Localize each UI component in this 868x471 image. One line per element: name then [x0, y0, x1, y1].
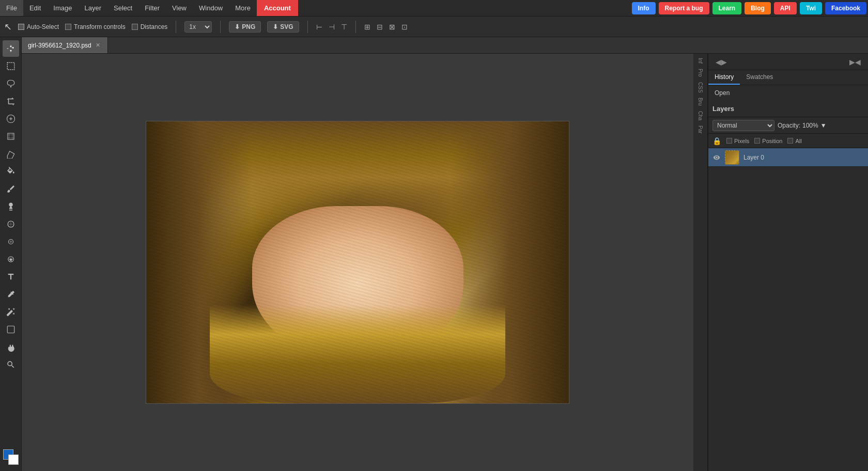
menu-file[interactable]: File [0, 0, 23, 16]
sharpen-tool[interactable] [3, 251, 19, 268]
png-label: PNG [242, 23, 255, 30]
info-button[interactable]: Info [632, 2, 656, 14]
color-swatch-container[interactable] [3, 449, 19, 465]
options-bar: ↖ Auto-Select Transform controls Distanc… [0, 17, 868, 37]
wand-tool[interactable] [3, 304, 19, 320]
dodge-tool[interactable] [3, 216, 19, 232]
layers-checkboxes: 🔒 Pixels Position All [708, 134, 868, 148]
menu-window[interactable]: Window [193, 0, 229, 16]
eraser-tool[interactable] [3, 146, 19, 162]
opacity-value[interactable]: 100% [802, 122, 818, 129]
opacity-dropdown-icon[interactable]: ▼ [820, 122, 827, 129]
menu-edit[interactable]: Edit [23, 0, 47, 16]
tab-filename: girl-3956612_1920.psd [28, 42, 91, 49]
tab-history[interactable]: History [708, 70, 740, 85]
position-checkbox[interactable] [754, 138, 760, 144]
mini-label-pro[interactable]: Pro [696, 67, 704, 79]
opacity-label: Opacity: [778, 122, 800, 129]
distances-checkbox[interactable] [132, 24, 138, 30]
heal-tool[interactable] [3, 111, 19, 127]
layer-visibility-icon[interactable] [712, 153, 721, 162]
panel-collapse-right-icon[interactable]: ▶◀ [846, 58, 864, 66]
download-svg-icon: ⬇ [273, 23, 278, 30]
export-png-button[interactable]: ⬇ PNG [229, 21, 261, 33]
auto-select-option[interactable]: Auto-Select [18, 23, 59, 30]
mini-label-bru[interactable]: Bru [696, 96, 704, 108]
all-checkbox[interactable] [787, 138, 793, 144]
history-item-open[interactable]: Open [715, 89, 862, 97]
menu-more[interactable]: More [229, 0, 257, 16]
menu-layer[interactable]: Layer [79, 0, 108, 16]
marquee-tool[interactable] [3, 58, 19, 74]
align-right-icon[interactable]: ⊤ [341, 23, 347, 31]
distribute-icon1[interactable]: ⊞ [364, 23, 370, 31]
svg-point-5 [9, 241, 12, 243]
canvas-container[interactable] [22, 54, 693, 471]
learn-button[interactable]: Learn [712, 2, 742, 14]
auto-select-checkbox[interactable] [18, 24, 24, 30]
mini-label-css[interactable]: CSS [696, 80, 704, 95]
account-button[interactable]: Account [257, 0, 298, 16]
menu-image[interactable]: Image [47, 0, 78, 16]
tab-close-button[interactable]: ✕ [95, 41, 101, 49]
tab-girl-psd[interactable]: girl-3956612_1920.psd ✕ [22, 37, 108, 53]
layers-title: Layers [712, 105, 734, 113]
hand-tool[interactable] [3, 339, 19, 355]
transform-controls-checkbox[interactable] [65, 24, 71, 30]
lasso-tool[interactable] [3, 75, 19, 92]
svg-rect-7 [7, 326, 14, 333]
mini-label-par[interactable]: Par [696, 123, 704, 136]
brush-tool[interactable] [3, 181, 19, 197]
divider-3 [307, 21, 308, 33]
stamp-tool[interactable] [3, 198, 19, 215]
move-tool-icon: ↖ [4, 21, 12, 33]
zoom-tool[interactable] [3, 356, 19, 373]
left-toolbar [0, 37, 22, 471]
eyedropper-tool[interactable] [3, 286, 19, 303]
zoom-select[interactable]: 1x 2x 0.5x [184, 21, 212, 33]
transform-controls-label: Transform controls [74, 23, 126, 30]
panel-collapse-left-icon[interactable]: ◀▶ [712, 58, 730, 66]
fill-tool[interactable] [3, 163, 19, 180]
pixels-checkbox[interactable] [726, 138, 732, 144]
blog-button[interactable]: Blog [745, 2, 771, 14]
export-svg-button[interactable]: ⬇ SVG [267, 21, 299, 33]
facebook-button[interactable]: Facebook [825, 2, 866, 14]
all-checkbox-item[interactable]: All [787, 138, 801, 144]
pixels-checkbox-item[interactable]: Pixels [726, 138, 749, 144]
report-bug-button[interactable]: Report a bug [659, 2, 709, 14]
mini-label-inf[interactable]: Inf [696, 56, 704, 66]
right-panel: ◀▶ ▶◀ History Swatches Open Layers [708, 54, 868, 471]
api-button[interactable]: API [774, 2, 797, 14]
transform-tool[interactable] [3, 128, 19, 145]
position-checkbox-item[interactable]: Position [754, 138, 782, 144]
distribute-icon2[interactable]: ⊟ [377, 23, 383, 31]
crop-tool[interactable] [3, 93, 19, 109]
menu-select[interactable]: Select [107, 0, 138, 16]
transform-controls-option[interactable]: Transform controls [65, 23, 126, 30]
align-center-icon[interactable]: ⊣ [329, 23, 335, 31]
blend-mode-select[interactable]: Normal Multiply Screen Overlay [712, 120, 774, 131]
mini-label-cha[interactable]: Cha [696, 109, 704, 122]
twi-button[interactable]: Twi [800, 2, 822, 14]
text-tool[interactable] [3, 269, 19, 285]
canvas-and-panels: Inf Pro CSS Bru Cha Par ◀▶ ▶◀ History Sw… [22, 54, 868, 471]
lock-icon[interactable]: 🔒 [712, 137, 721, 145]
layer-item-0[interactable]: Layer 0 [708, 148, 868, 167]
divider-1 [176, 21, 176, 33]
align-left-icon[interactable]: ⊢ [316, 23, 322, 31]
history-swatches-tabs: History Swatches [708, 70, 868, 85]
shape-tool[interactable] [3, 321, 19, 338]
distances-option[interactable]: Distances [132, 23, 168, 30]
menu-view[interactable]: View [166, 0, 193, 16]
move-tool[interactable] [3, 40, 19, 57]
tab-swatches[interactable]: Swatches [740, 70, 779, 85]
menu-filter[interactable]: Filter [138, 0, 166, 16]
distribute-icon4[interactable]: ⊡ [401, 23, 408, 31]
layer-name: Layer 0 [743, 154, 764, 161]
tabs-bar: girl-3956612_1920.psd ✕ [22, 37, 868, 54]
photo-background [146, 121, 569, 403]
blur-tool[interactable] [3, 233, 19, 250]
background-color[interactable] [8, 454, 19, 465]
distribute-icon3[interactable]: ⊠ [389, 23, 395, 31]
